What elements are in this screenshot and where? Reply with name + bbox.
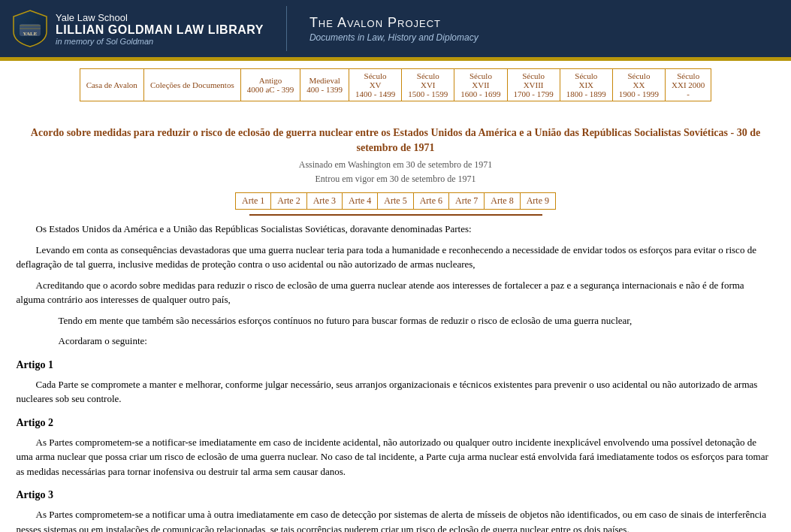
main-content: Acordo sobre medidas para reduzir o risc… [2,109,790,532]
nav-table: Casa de Avalon Coleções de Documentos An… [80,68,712,101]
project-subtitle: Documents in Law, History and Diplomacy [309,32,479,43]
tab-arte9[interactable]: Arte 9 [520,193,555,210]
tab-arte8[interactable]: Arte 8 [485,193,520,210]
artigo2-text: As Partes comprometem-se a notificar-se … [17,435,775,479]
document-title: Acordo sobre medidas para reduzir o risc… [17,125,775,155]
site-header: YALE Yale Law School Lillian Goldman Law… [0,0,791,57]
intro-paragraph: Os Estados Unidos da América e a União d… [17,222,775,237]
artigo3-heading: Artigo 3 [17,489,775,501]
signed-line: Assinado em Washington em 30 de setembro… [17,159,775,171]
memory-label: in memory of Sol Goldman [56,37,264,46]
logo-group: YALE Yale Law School Lillian Goldman Law… [12,9,264,48]
header-divider [286,6,287,51]
tab-arte1[interactable]: Arte 1 [236,193,271,210]
project-title: The Avalon Project [309,15,479,31]
nav-item-docs[interactable]: Coleções de Documentos [143,69,240,101]
nav-item-medieval[interactable]: Medieval400 - 1399 [300,69,349,101]
nav-container: Casa de Avalon Coleções de Documentos An… [0,61,791,109]
tab-arte5[interactable]: Arte 5 [378,193,413,210]
tab-arte2[interactable]: Arte 2 [271,193,306,210]
tab-arte6[interactable]: Arte 6 [413,193,448,210]
project-group: The Avalon Project Documents in Law, His… [309,15,479,43]
nav-item-16c[interactable]: SéculoXVI1500 - 1599 [402,69,454,101]
artigo3-text: As Partes comprometem-se a notificar uma… [17,507,775,532]
nav-item-20c[interactable]: SéculoXX1900 - 1999 [612,69,665,101]
nav-item-18c[interactable]: SéculoXVIII1700 - 1799 [507,69,560,101]
article-tabs: Arte 1 Arte 2 Arte 3 Arte 4 Arte 5 Arte … [17,192,775,210]
nav-item-ancient[interactable]: Antigo4000 aC - 399 [240,69,300,101]
article-tabs-table: Arte 1 Arte 2 Arte 3 Arte 4 Arte 5 Arte … [235,192,556,210]
artigo1-text: Cada Parte se compromete a manter e melh… [17,377,775,407]
nav-item-19c[interactable]: SéculoXIX1800 - 1899 [560,69,612,101]
nav-item-home[interactable]: Casa de Avalon [80,69,143,101]
yale-shield-icon: YALE [12,9,48,48]
tab-arte7[interactable]: Arte 7 [448,193,484,210]
effective-line: Entrou em vigor em 30 de setembro de 197… [17,174,775,185]
nav-item-21c[interactable]: SéculoXXI 2000- [666,69,711,101]
artigo2-heading: Artigo 2 [17,417,775,429]
paragraph-4: Acordaram o seguinte: [39,334,753,349]
artigo1-heading: Artigo 1 [17,359,775,371]
paragraph-1: Levando em conta as consequências devast… [17,243,775,272]
paragraph-3: Tendo em mente que também são necessário… [39,313,753,328]
tabs-underline [17,214,775,216]
tab-arte4[interactable]: Arte 4 [343,193,378,210]
yale-label: Yale Law School [56,12,264,23]
nav-item-15c[interactable]: SéculoXV1400 - 1499 [349,69,402,101]
tab-arte3[interactable]: Arte 3 [306,193,342,210]
nav-item-17c[interactable]: SéculoXVII1600 - 1699 [454,69,507,101]
library-label: Lillian Goldman Law Library [56,23,264,37]
paragraph-2: Acreditando que o acordo sobre medidas p… [17,278,775,307]
svg-text:YALE: YALE [23,31,38,37]
header-text: Yale Law School Lillian Goldman Law Libr… [56,12,264,46]
